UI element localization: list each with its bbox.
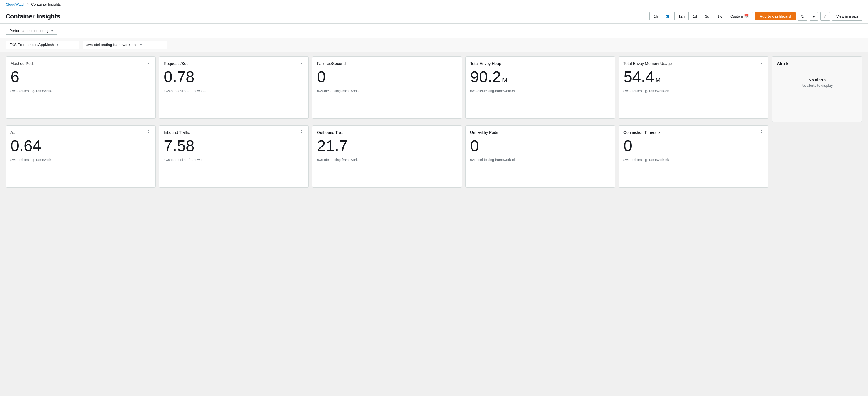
time-btn-custom[interactable]: Custom 📅 (726, 12, 753, 20)
metric-menu-icon[interactable]: ⋮ (606, 61, 611, 66)
time-btn-3d[interactable]: 3d (701, 12, 713, 20)
no-alerts-subtitle: No alerts to display (777, 83, 858, 88)
time-btn-1h[interactable]: 1h (650, 12, 662, 20)
cloudwatch-breadcrumb-link[interactable]: CloudWatch (6, 2, 26, 6)
metric-header: Total Envoy Memory Usage ⋮ (623, 61, 764, 66)
metric-card-meshed-pods: Meshed Pods ⋮ 6 aws-otel-testing-framewo… (6, 57, 155, 119)
metric-header: Connection Timeouts ⋮ (623, 130, 764, 135)
metric-value: 21.7 (317, 137, 457, 155)
metric-value: 0.78 (164, 68, 304, 86)
fullscreen-icon: ⤢ (823, 14, 827, 19)
metric-value: 90.2 M (470, 68, 611, 86)
metric-menu-icon[interactable]: ⋮ (759, 61, 764, 66)
fullscreen-button[interactable]: ⤢ (820, 12, 830, 21)
metric-card-inbound-traffic: Inbound Traffic ⋮ 7.58 aws-otel-testing-… (159, 125, 309, 188)
no-alerts-title: No alerts (777, 78, 858, 82)
view-in-maps-button[interactable]: View in maps (832, 12, 862, 21)
page-title: Container Insights (6, 13, 60, 20)
metric-menu-icon[interactable]: ⋮ (453, 61, 457, 66)
metric-card-a: A.. ⋮ 0.64 aws-otel-testing-framework- (6, 125, 155, 188)
metric-card-outbound-traffic: Outbound Tra... ⋮ 21.7 aws-otel-testing-… (312, 125, 462, 188)
metric-value: 6 (10, 68, 151, 86)
cluster-type-arrow-icon: ▼ (56, 43, 59, 46)
metric-title: Requests/Sec... (164, 61, 192, 66)
metric-header: A.. ⋮ (10, 130, 151, 135)
cluster-name-arrow-icon: ▼ (140, 43, 143, 46)
metric-card-connection-timeouts: Connection Timeouts ⋮ 0 aws-otel-testing… (619, 125, 769, 188)
metric-value: 0.64 (10, 137, 151, 155)
dropdown-arrow-icon: ▼ (51, 29, 54, 32)
metric-card-unhealthy-pods: Unhealthy Pods ⋮ 0 aws-otel-testing-fram… (465, 125, 615, 188)
metric-header: Unhealthy Pods ⋮ (470, 130, 611, 135)
metric-menu-icon[interactable]: ⋮ (453, 130, 457, 135)
time-range-group: 1h 3h 12h 1d 3d 1w Custom 📅 (649, 12, 753, 20)
metric-header: Failures/Second ⋮ (317, 61, 457, 66)
metric-unit: M (655, 77, 660, 84)
cluster-filter-row: EKS Prometheus AppMesh ▼ aws-otel-testin… (0, 38, 868, 52)
metric-unit: M (502, 77, 507, 84)
metric-title: Connection Timeouts (623, 130, 661, 135)
metric-value: 7.58 (164, 137, 304, 155)
time-btn-1w[interactable]: 1w (713, 12, 726, 20)
main-content: Meshed Pods ⋮ 6 aws-otel-testing-framewo… (0, 52, 868, 192)
chevron-down-icon: ▾ (813, 14, 815, 19)
metric-subtitle: aws-otel-testing-framework-ek (470, 158, 611, 162)
metric-menu-icon[interactable]: ⋮ (300, 130, 304, 135)
alerts-card: Alerts No alerts No alerts to display (772, 57, 862, 122)
metric-card-total-envoy-heap: Total Envoy Heap ⋮ 90.2 M aws-otel-testi… (465, 57, 615, 119)
metric-subtitle: aws-otel-testing-framework- (10, 158, 151, 162)
cluster-name-label: aws-otel-testing-framework-eks (86, 43, 137, 47)
metric-title: Meshed Pods (10, 61, 35, 66)
metric-header: Meshed Pods ⋮ (10, 61, 151, 66)
metric-header: Requests/Sec... ⋮ (164, 61, 304, 66)
dropdown-button[interactable]: ▾ (810, 12, 818, 21)
refresh-icon: ↻ (801, 14, 804, 19)
metric-title: Total Envoy Heap (470, 61, 501, 66)
cluster-name-dropdown[interactable]: aws-otel-testing-framework-eks ▼ (83, 41, 167, 49)
performance-monitoring-dropdown[interactable]: Performance monitoring ▼ (6, 27, 57, 35)
metric-title: Outbound Tra... (317, 130, 344, 135)
metric-subtitle: aws-otel-testing-framework-ek (623, 158, 764, 162)
metrics-row-2: A.. ⋮ 0.64 aws-otel-testing-framework- I… (6, 125, 862, 188)
metric-subtitle: aws-otel-testing-framework- (10, 89, 151, 93)
metric-title: Inbound Traffic (164, 130, 190, 135)
time-btn-3h[interactable]: 3h (662, 12, 674, 20)
time-btn-1d[interactable]: 1d (689, 12, 701, 20)
performance-monitoring-label: Performance monitoring (9, 29, 49, 33)
metric-header: Total Envoy Heap ⋮ (470, 61, 611, 66)
metric-menu-icon[interactable]: ⋮ (146, 130, 151, 135)
metric-subtitle: aws-otel-testing-framework-ek (470, 89, 611, 93)
refresh-button[interactable]: ↻ (798, 12, 807, 21)
metric-header: Inbound Traffic ⋮ (164, 130, 304, 135)
metric-value: 0 (470, 137, 611, 155)
cluster-type-dropdown[interactable]: EKS Prometheus AppMesh ▼ (6, 41, 79, 49)
metric-menu-icon[interactable]: ⋮ (300, 61, 304, 66)
breadcrumb-current: Container Insights (31, 2, 61, 6)
metric-card-requests-sec: Requests/Sec... ⋮ 0.78 aws-otel-testing-… (159, 57, 309, 119)
metric-menu-icon[interactable]: ⋮ (606, 130, 611, 135)
cluster-type-label: EKS Prometheus AppMesh (9, 43, 54, 47)
alerts-title: Alerts (777, 61, 858, 66)
add-to-dashboard-button[interactable]: Add to dashboard (755, 12, 796, 20)
metric-value: 54.4 M (623, 68, 764, 86)
metric-subtitle: aws-otel-testing-framework- (164, 89, 304, 93)
time-btn-12h[interactable]: 12h (675, 12, 689, 20)
header-controls: 1h 3h 12h 1d 3d 1w Custom 📅 Add to dashb… (649, 12, 862, 21)
metric-subtitle: aws-otel-testing-framework- (164, 158, 304, 162)
metric-menu-icon[interactable]: ⋮ (146, 61, 151, 66)
metrics-row-1: Meshed Pods ⋮ 6 aws-otel-testing-framewo… (6, 57, 862, 122)
metric-subtitle: aws-otel-testing-framework- (317, 158, 457, 162)
monitoring-filter-bar: Performance monitoring ▼ (0, 24, 868, 38)
metric-title: Unhealthy Pods (470, 130, 498, 135)
metric-card-failures-second: Failures/Second ⋮ 0 aws-otel-testing-fra… (312, 57, 462, 119)
metric-title: A.. (10, 130, 15, 135)
metric-menu-icon[interactable]: ⋮ (759, 130, 764, 135)
breadcrumb-bar: CloudWatch > Container Insights (0, 0, 868, 9)
metric-subtitle: aws-otel-testing-framework- (317, 89, 457, 93)
calendar-icon: 📅 (744, 14, 749, 19)
breadcrumb-separator: > (27, 2, 29, 6)
metric-title: Failures/Second (317, 61, 345, 66)
metric-value: 0 (623, 137, 764, 155)
metric-subtitle: aws-otel-testing-framework-ek (623, 89, 764, 93)
metric-header: Outbound Tra... ⋮ (317, 130, 457, 135)
